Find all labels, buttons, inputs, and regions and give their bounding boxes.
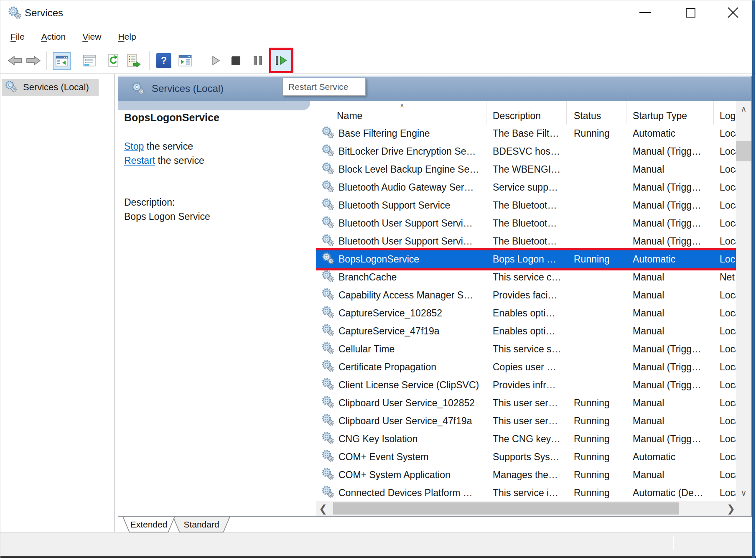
scroll-left-icon[interactable]: ❮ [317,501,329,516]
back-button[interactable] [6,47,24,74]
service-logon-cell: Loca [714,415,736,427]
service-row[interactable]: CaptureService_47f19aEnables opti…Manual… [316,322,736,340]
forward-button[interactable] [25,47,42,74]
refresh-button[interactable] [105,47,122,74]
column-header-status[interactable]: Status [567,101,626,125]
service-row-selected[interactable]: BopsLogonServiceBops Logon …RunningAutom… [316,250,736,268]
service-logon-cell: Loca [714,487,736,499]
service-status-cell: Running [567,451,626,463]
vertical-scrollbar-thumb[interactable] [736,141,751,161]
service-row[interactable]: COM+ System ApplicationManages the…Runni… [316,466,736,484]
service-row[interactable]: Clipboard User Service_102852This user s… [316,394,736,412]
service-gear-icon [321,162,334,178]
service-gear-icon [321,180,334,196]
vertical-scrollbar[interactable]: ∧ ∨ [736,101,751,501]
service-logon-cell: Loca [714,290,736,301]
service-logon-cell: Loca [714,200,736,211]
service-name-cell: COM+ System Application [316,467,486,483]
service-row[interactable]: Bluetooth Audio Gateway Ser…Service supp… [316,178,736,196]
description-text: Bops Logon Service [124,211,210,222]
maximize-button[interactable] [676,0,705,25]
selected-service-name: BopsLogonService [124,112,219,124]
service-name-cell: Block Level Backup Engine Se… [316,162,486,178]
forward-arrow-icon [25,55,41,66]
service-row[interactable]: Bluetooth User Support Servi…The Bluetoo… [316,214,736,232]
service-row[interactable]: CNG Key IsolationThe CNG key…RunningManu… [316,430,736,448]
service-status-cell: Running [567,487,626,499]
service-name-cell: Bluetooth Audio Gateway Ser… [316,180,486,196]
tab-extended[interactable]: Extended [122,517,175,533]
stop-service-button[interactable] [229,47,242,74]
service-row[interactable]: CaptureService_102852Enables opti…Manual… [316,304,736,322]
horizontal-scrollbar[interactable]: ❮ ❯ [316,501,751,516]
start-service-button[interactable] [210,47,222,74]
menu-bar: FileActionViewHelp [0,26,756,47]
service-description-cell: This user ser… [486,397,567,409]
service-startup-cell: Automatic (De… [626,487,714,499]
scroll-up-icon[interactable]: ∧ [736,101,751,117]
services-window: Services FileActionViewHelp [0,0,756,558]
status-bar-separator [673,536,674,550]
service-row[interactable]: Bluetooth Support ServiceThe Bluetoot…Ma… [316,196,736,214]
tree-item-services-local[interactable]: Services (Local) [2,79,99,96]
tab-standard[interactable]: Standard [173,517,230,533]
menu-item-view[interactable]: View [82,32,101,42]
export-list-button[interactable] [125,47,143,74]
menu-item-file[interactable]: File [10,32,25,42]
service-description-cell: Provides infr… [486,380,567,391]
service-row[interactable]: Client License Service (ClipSVC)Provides… [316,376,736,394]
help-button[interactable]: ? [155,47,173,74]
service-row[interactable]: Base Filtering EngineThe Base Filt…Runni… [316,125,736,143]
service-description-cell: The Base Filt… [486,128,567,139]
service-name-cell: Client License Service (ClipSVC) [316,377,486,393]
service-gear-icon [321,467,334,483]
service-row[interactable]: Certificate PropagationCopies user …Manu… [316,358,736,376]
close-button[interactable] [718,0,748,25]
show-console-tree-button[interactable] [53,52,71,70]
service-gear-icon [321,413,334,429]
scroll-down-icon[interactable]: ∨ [736,485,751,501]
service-row[interactable]: Capability Access Manager S…Provides fac… [316,286,736,304]
restart-service-button[interactable] [272,50,291,71]
service-row[interactable]: Cellular TimeThis service s…Manual (Trig… [316,340,736,358]
menu-item-action[interactable]: Action [41,32,66,42]
horizontal-scrollbar-thumb[interactable] [333,502,679,515]
service-startup-cell: Automatic [626,254,714,265]
service-row[interactable]: BranchCacheThis service c…ManualNet [316,268,736,286]
stop-service-link[interactable]: Stop [124,141,144,152]
toolbar: ? [0,47,756,74]
service-startup-cell: Manual [626,469,714,481]
services-list-body: Base Filtering EngineThe Base Filt…Runni… [316,125,736,499]
service-row[interactable]: Block Level Backup Engine Se…The WBENGI…… [316,161,736,178]
service-gear-icon [321,288,334,303]
minimize-button[interactable] [631,0,660,25]
menu-item-help[interactable]: Help [118,32,136,42]
column-header-description[interactable]: Description [486,101,567,125]
service-gear-icon [321,198,334,214]
service-description-cell: Provides faci… [486,290,567,301]
service-row[interactable]: COM+ Event SystemSupports Sys…RunningAut… [316,448,736,466]
console-tree-panel: Services (Local) [0,74,115,532]
show-extended-view-button[interactable] [176,47,194,74]
service-logon-cell: Loca [714,182,736,193]
service-row[interactable]: Bluetooth User Support Servi…The Bluetoo… [316,232,736,250]
tree-item-label: Services (Local) [23,82,89,93]
service-row[interactable]: Connected Devices Platform …This service… [316,484,736,499]
service-startup-cell: Manual [626,308,714,319]
service-gear-icon [321,431,334,447]
restart-service-link[interactable]: Restart [124,155,155,166]
scroll-right-icon[interactable]: ❯ [725,501,737,516]
services-list: Name Description Status Startup Type Log… [316,101,751,516]
column-header-startup-type[interactable]: Startup Type [626,101,714,125]
services-content-panel: Services (Local) BopsLogonService Stop t… [118,76,752,517]
service-logon-cell: Loca [714,397,736,409]
extended-view-icon [178,55,192,66]
service-row[interactable]: Clipboard User Service_47f19aThis user s… [316,412,736,430]
service-name-cell: Bluetooth User Support Servi… [316,216,486,232]
service-row[interactable]: BitLocker Drive Encryption Se…BDESVC hos… [316,143,736,161]
service-description-cell: The Bluetoot… [486,236,567,247]
properties-button[interactable] [81,47,98,74]
pause-service-button[interactable] [251,47,264,74]
tab-extended-label: Extended [122,517,175,533]
extended-view-strip [118,101,310,110]
